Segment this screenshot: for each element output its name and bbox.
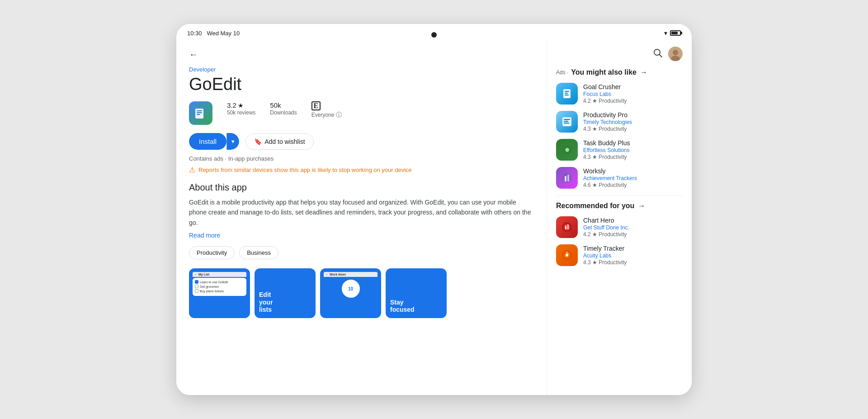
svg-line-5 [659,54,662,57]
ss3-timer: 10 [342,280,360,298]
svg-rect-2 [197,112,202,113]
svg-rect-16 [564,121,568,122]
productivity-pro-dev: Timely Technologies [583,119,683,125]
task-buddy-dev: Effortless Solutions [583,147,683,153]
recommended-title: Recommended for you [556,202,634,210]
downloads-label: Downloads [270,110,297,116]
tag-business[interactable]: Business [239,246,278,259]
rec-app-1[interactable]: Chart Hero Get Stuff Done Inc. 4.2 ★ Pro… [556,216,683,238]
ss4-title: Stayfocused [390,299,415,314]
info-icon[interactable]: ⓘ [336,111,342,118]
chart-hero-info: Chart Hero Get Stuff Done Inc. 4.2 ★ Pro… [583,217,683,238]
app-title: GoEdit [189,75,534,94]
screenshot-3[interactable]: ← Work timer 10 [320,268,381,318]
wishlist-button[interactable]: 🔖 Add to wishlist [245,133,313,150]
action-row: Install ▾ 🔖 Add to wishlist [189,133,534,150]
downloads-value: 50k [270,101,281,109]
chart-hero-dev: Get Stuff Done Inc. [583,224,683,231]
everyone-icon: E [311,101,321,110]
content-area: ← Developer GoEdit 3.2 ★ [176,40,692,395]
search-button[interactable] [653,48,663,60]
ads-app-2[interactable]: Productivity Pro Timely Technologies 4.3… [556,111,683,133]
install-button[interactable]: Install [189,133,226,150]
goal-crusher-rating: 4.2 ★ Productivity [583,98,683,104]
warning-icon: ⚠ [189,166,195,174]
app-stats: 3.2 ★ 50k reviews 50k Downloads E Everyo… [189,101,534,125]
downloads-block: 50k Downloads [270,101,297,116]
warning-text: Reports from similar devices show this a… [198,167,412,173]
app-icon [189,101,212,125]
wifi-icon: ▾ [664,29,667,37]
rating-block: 3.2 ★ 50k reviews [227,101,255,116]
svg-rect-27 [565,226,566,229]
warning-row: ⚠ Reports from similar devices show this… [189,166,534,174]
task-buddy-info: Task Buddy Plus Effortless Solutions 4.3… [583,139,683,160]
read-more-link[interactable]: Read more [189,232,220,239]
battery-icon [670,30,681,36]
rating-value: 3.2 ★ [227,101,244,109]
ss3-header: ← Work timer [324,272,377,277]
bookmark-icon: 🔖 [254,138,262,145]
status-time: 10:30 [187,30,202,37]
svg-rect-0 [195,109,203,119]
svg-rect-15 [564,119,570,120]
ads-label: Ads · [556,69,568,76]
you-might-title: You might also like [571,68,637,76]
svg-rect-3 [197,114,200,115]
ss2-title: Edityourlists [259,291,273,314]
chart-hero-name: Chart Hero [583,217,683,224]
you-might-arrow[interactable]: → [640,68,647,76]
goal-crusher-name: Goal Crusher [583,83,683,90]
svg-rect-23 [565,176,566,181]
goal-crusher-info: Goal Crusher Focus Labs 4.2 ★ Productivi… [583,83,683,104]
recommended-app-list: Chart Hero Get Stuff Done Inc. 4.2 ★ Pro… [556,216,683,266]
goal-crusher-icon [556,83,578,105]
timely-tracker-info: Timely Tracker Acuity Labs 4.3 ★ Product… [583,245,683,266]
svg-rect-28 [567,224,569,229]
screenshot-2[interactable]: Edityourlists [255,268,316,318]
task-buddy-rating: 4.3 ★ Productivity [583,154,683,160]
ads-section-header: Ads · You might also like → [556,68,683,76]
svg-rect-17 [564,123,569,124]
back-button[interactable]: ← [189,49,198,60]
install-dropdown-button[interactable]: ▾ [226,133,239,150]
svg-rect-24 [567,175,569,181]
svg-rect-13 [565,95,569,95]
timely-tracker-icon [556,244,578,266]
svg-rect-11 [565,91,569,92]
rec-app-2[interactable]: Timely Tracker Acuity Labs 4.3 ★ Product… [556,244,683,266]
timely-tracker-name: Timely Tracker [583,245,683,252]
chart-hero-icon [556,216,578,238]
audience-value: E [311,101,321,110]
screenshot-4[interactable]: Stayfocused [386,268,447,318]
worksly-dev: Achievement Trackers [583,175,683,181]
reviews-label: 50k reviews [227,110,255,116]
status-icons: ▾ [664,29,681,37]
camera-dot [431,32,437,38]
ads-app-3[interactable]: ⚙ Task Buddy Plus Effortless Solutions 4… [556,139,683,161]
screenshots-row: ← My List Learn to use GoEdit Get grocer… [189,268,534,318]
tablet-frame: 10:30 Wed May 10 ▾ ← Developer GoEdit [176,24,692,395]
right-panel: Ads · You might also like → [547,40,692,395]
goal-crusher-dev: Focus Labs [583,91,683,97]
avatar[interactable] [668,47,683,61]
recommended-header: Recommended for you → [556,202,683,210]
app-meta: Contains ads · In-app purchases [189,155,534,162]
audience-block: E Everyone ⓘ [311,101,342,119]
timely-tracker-rating: 4.3 ★ Productivity [583,259,683,266]
svg-point-22 [562,173,571,182]
productivity-pro-name: Productivity Pro [583,111,683,119]
worksly-rating: 4.6 ★ Productivity [583,182,683,188]
svg-rect-1 [197,110,202,111]
developer-label: Developer [189,66,534,73]
svg-text:⚙: ⚙ [565,148,569,152]
ads-app-4[interactable]: Worksly Achievement Trackers 4.6 ★ Produ… [556,167,683,189]
status-time-date: 10:30 Wed May 10 [187,30,240,37]
ads-app-1[interactable]: Goal Crusher Focus Labs 4.2 ★ Productivi… [556,83,683,105]
tags-row: Productivity Business [189,246,534,259]
screenshot-1[interactable]: ← My List Learn to use GoEdit Get grocer… [189,268,250,318]
tag-productivity[interactable]: Productivity [189,246,235,259]
about-text: GoEdit is a mobile productivity app that… [189,197,534,228]
svg-rect-12 [565,93,568,94]
recommended-arrow[interactable]: → [638,202,645,210]
